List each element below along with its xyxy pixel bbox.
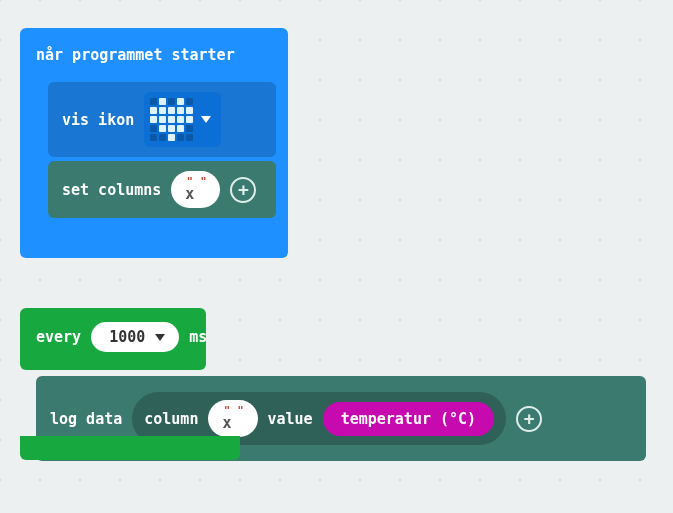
- set-columns-block[interactable]: set columns "x" +: [48, 161, 276, 218]
- interval-value: 1000: [109, 328, 145, 346]
- on-start-hat-label: når programmet starter: [32, 38, 276, 78]
- add-log-column-button[interactable]: +: [516, 406, 542, 432]
- every-block-bottom: [20, 436, 240, 460]
- value-label: value: [268, 410, 313, 428]
- set-columns-label: set columns: [62, 181, 161, 199]
- ms-label: ms: [189, 328, 207, 346]
- chevron-down-icon: [155, 334, 165, 341]
- show-icon-label: vis ikon: [62, 111, 134, 129]
- on-start-block[interactable]: når programmet starter vis ikon set colu…: [20, 28, 288, 258]
- column-name-input[interactable]: "x": [171, 171, 220, 208]
- log-column-input[interactable]: "x": [208, 400, 257, 437]
- show-icon-block[interactable]: vis ikon: [48, 82, 276, 157]
- every-label: every: [36, 328, 81, 346]
- icon-dropdown[interactable]: [144, 92, 221, 147]
- every-interval-block[interactable]: every 1000 ms: [20, 308, 206, 370]
- interval-dropdown[interactable]: 1000: [91, 322, 179, 352]
- column-label: column: [144, 410, 198, 428]
- add-column-button[interactable]: +: [230, 177, 256, 203]
- chevron-down-icon: [201, 116, 211, 123]
- temperature-reporter[interactable]: temperatur (°C): [323, 402, 494, 436]
- heart-icon: [150, 98, 193, 141]
- log-data-label: log data: [50, 410, 122, 428]
- temperature-label: temperatur (°C): [341, 410, 476, 428]
